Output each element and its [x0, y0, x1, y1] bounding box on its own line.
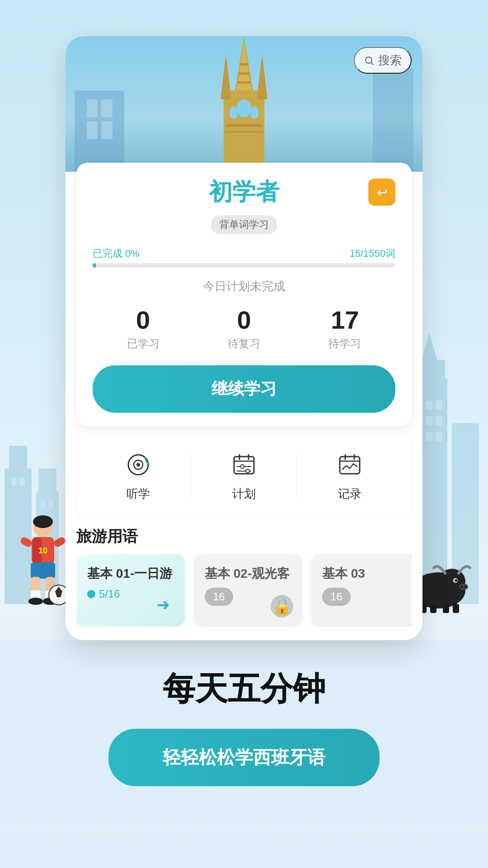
today-status: 今日计划未完成	[93, 278, 395, 294]
cta-button[interactable]: 轻轻松松学西班牙语	[108, 729, 380, 786]
svg-rect-61	[226, 124, 262, 127]
svg-marker-53	[221, 54, 231, 99]
svg-rect-51	[239, 72, 249, 75]
svg-point-42	[464, 585, 467, 588]
progress-bar-bg	[93, 263, 395, 268]
actions-row: 听学 计划	[76, 435, 412, 515]
top-section: 10	[0, 0, 488, 640]
svg-rect-26	[31, 562, 55, 579]
svg-marker-10	[420, 333, 438, 364]
action-listen-label: 听学	[127, 486, 150, 502]
stat-pending-label: 待学习	[328, 336, 361, 351]
svg-text:10: 10	[38, 546, 47, 555]
svg-rect-16	[426, 416, 432, 425]
svg-point-39	[455, 579, 457, 582]
svg-rect-52	[238, 81, 250, 84]
lesson-card-2[interactable]: 基本 02-观光客 16 🔒	[194, 554, 302, 627]
stat-studied-value: 0	[127, 305, 160, 335]
svg-rect-50	[239, 63, 249, 66]
action-record[interactable]: 记录	[297, 449, 403, 502]
listen-icon	[122, 449, 154, 481]
bottom-section: 每天五分钟 轻轻松松学西班牙语	[0, 640, 488, 822]
action-record-label: 记录	[338, 486, 361, 502]
continue-button[interactable]: 继续学习	[93, 365, 395, 413]
svg-rect-76	[340, 457, 360, 474]
stats-row: 0 已学习 0 待复习 17 待学习	[93, 305, 395, 351]
lesson-1-title: 基本 01-一日游	[87, 565, 174, 582]
progress-bar-fill	[93, 263, 96, 268]
card-title-row: 初学者 ↩	[93, 176, 395, 208]
lesson-3-title: 基本 03	[322, 565, 409, 582]
svg-rect-44	[430, 605, 436, 613]
svg-rect-20	[436, 432, 442, 441]
svg-rect-17	[436, 416, 442, 425]
svg-marker-54	[257, 54, 267, 99]
main-card: 初学者 ↩ 背单词学习 已完成 0% 15/1550词 今日计划未完成 0 已学…	[76, 163, 412, 426]
svg-rect-58	[239, 102, 249, 115]
stat-review-label: 待复习	[228, 336, 260, 351]
svg-rect-3	[38, 468, 56, 495]
badge-row: 背单词学习	[93, 215, 395, 241]
svg-point-41	[460, 585, 463, 588]
lesson-card-1[interactable]: 基本 01-一日游 5/16 ➜	[76, 554, 185, 627]
svg-rect-62	[225, 131, 263, 132]
cathedral-svg	[199, 36, 289, 163]
lesson-1-count: 5/16	[99, 588, 120, 600]
svg-rect-14	[436, 401, 442, 410]
record-icon	[334, 449, 366, 481]
svg-point-37	[438, 569, 465, 594]
stat-pending: 17 待学习	[328, 305, 361, 351]
action-plan[interactable]: 计划	[191, 449, 297, 502]
svg-rect-34	[53, 536, 67, 548]
stat-pending-value: 17	[328, 305, 361, 335]
svg-rect-7	[49, 500, 53, 508]
lesson-2-title: 基本 02-观光客	[205, 565, 291, 582]
back-icon: ↩	[377, 185, 387, 200]
svg-point-31	[28, 598, 43, 605]
svg-rect-19	[426, 432, 432, 441]
svg-point-67	[136, 463, 140, 467]
hero-building-right	[373, 68, 413, 172]
soccer-player-illustration: 10	[14, 514, 72, 613]
lesson-card-3[interactable]: 基本 03 16	[311, 554, 412, 627]
svg-rect-1	[9, 446, 27, 473]
lock-icon-2: 🔒	[271, 595, 293, 618]
tagline: 每天五分钟	[163, 667, 325, 711]
stat-review-value: 0	[228, 305, 260, 335]
stat-studied: 0 已学习	[127, 305, 160, 351]
svg-rect-60	[250, 106, 258, 119]
hero-building-left	[75, 90, 124, 172]
svg-line-64	[371, 62, 374, 65]
progress-row: 已完成 0% 15/1550词	[93, 247, 395, 260]
device-frame: 搜索 初学者 ↩ 背单词学习 已完成 0% 15/1550词 今日计划未完成	[66, 36, 422, 640]
progress-dot	[87, 590, 95, 598]
svg-rect-33	[19, 536, 33, 548]
plan-icon	[228, 449, 260, 481]
svg-rect-59	[230, 106, 238, 119]
stat-review: 0 待复习	[228, 305, 260, 351]
stat-studied-label: 已学习	[127, 336, 160, 351]
svg-rect-45	[443, 605, 449, 613]
progress-percent: 已完成 0%	[93, 247, 140, 260]
search-icon	[364, 55, 375, 66]
level-title: 初学者	[209, 176, 279, 208]
search-button[interactable]: 搜索	[354, 47, 412, 74]
back-button[interactable]: ↩	[368, 179, 395, 206]
svg-rect-5	[19, 477, 25, 486]
lessons-row: 基本 01-一日游 5/16 ➜ 基本 02-观光客 16 🔒 基本 03 16	[76, 554, 412, 627]
action-plan-label: 计划	[232, 486, 256, 502]
action-listen[interactable]: 听学	[85, 449, 191, 502]
svg-rect-13	[426, 401, 432, 410]
search-label: 搜索	[378, 52, 402, 68]
svg-rect-4	[11, 477, 17, 486]
hero-image: 搜索	[66, 36, 422, 172]
lesson-1-arrow[interactable]: ➜	[150, 592, 176, 618]
vocab-badge: 背单词学习	[211, 215, 277, 234]
svg-rect-6	[41, 500, 45, 508]
section-title: 旅游用语	[76, 526, 412, 547]
svg-point-75	[246, 469, 249, 473]
lesson-3-count: 16	[322, 588, 351, 606]
progress-max: 15/1550词	[349, 247, 395, 260]
svg-point-73	[240, 465, 244, 468]
lesson-2-count: 16	[205, 588, 233, 606]
